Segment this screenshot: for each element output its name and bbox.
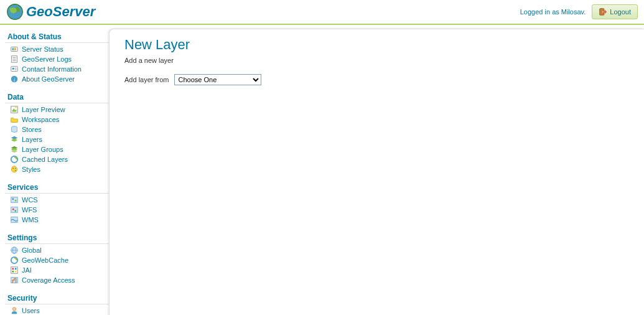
nav-label: Contact Information — [22, 65, 82, 73]
nav-item-workspaces[interactable]: Workspaces — [5, 115, 109, 125]
nav-item-cached-layers[interactable]: Cached Layers — [5, 154, 109, 164]
svg-point-19 — [15, 106, 17, 108]
nav-label: WMS — [22, 216, 39, 223]
logged-in-status: Logged in as Milosav. — [520, 8, 586, 16]
geowebcache-icon — [10, 256, 19, 265]
jai-icon — [10, 266, 19, 275]
main-content: New Layer Add a new layer Add layer from… — [109, 29, 644, 315]
nav-label: Global — [22, 247, 42, 254]
nav-heading-services: Services — [5, 181, 109, 194]
about-icon: i — [10, 75, 19, 83]
page-title: New Layer — [124, 37, 629, 53]
logout-label: Logout — [610, 8, 631, 16]
svg-point-36 — [14, 210, 16, 212]
styles-icon — [10, 165, 19, 174]
status-icon — [10, 45, 19, 54]
app-name: GeoServer — [26, 4, 95, 20]
wms-icon — [10, 215, 19, 224]
nav-label: GeoServer Logs — [22, 55, 72, 63]
nav-item-layer-preview[interactable]: Layer Preview — [5, 105, 109, 115]
svg-point-3 — [602, 11, 604, 12]
sidebar: About & Status Server Status GeoServer L… — [0, 25, 109, 315]
svg-rect-31 — [11, 197, 18, 203]
nav-label: Workspaces — [22, 116, 59, 123]
nav-item-jai[interactable]: JAI — [5, 265, 109, 275]
nav-label: Cached Layers — [22, 156, 68, 163]
svg-rect-43 — [11, 267, 18, 274]
nav-item-geoserver-logs[interactable]: GeoServer Logs — [5, 54, 109, 64]
nav-item-users[interactable]: Users — [5, 306, 109, 315]
svg-marker-25 — [11, 149, 18, 153]
contact-icon — [10, 65, 19, 73]
layers-icon — [10, 135, 19, 144]
nav-label: Layers — [22, 136, 42, 143]
layer-groups-icon — [10, 145, 19, 154]
page-description: Add a new layer — [124, 57, 629, 64]
svg-marker-22 — [11, 138, 18, 141]
app-logo[interactable]: GeoServer — [6, 3, 95, 21]
global-icon — [10, 246, 19, 255]
nav-heading-data: Data — [5, 90, 109, 103]
layer-preview-icon — [10, 105, 19, 114]
globe-icon — [6, 3, 24, 21]
svg-point-35 — [12, 209, 14, 210]
svg-rect-46 — [12, 271, 14, 273]
nav-label: Server Status — [22, 45, 63, 53]
add-layer-label: Add layer from — [124, 76, 169, 83]
nav-label: Users — [22, 307, 40, 314]
svg-rect-44 — [12, 268, 14, 270]
svg-rect-47 — [15, 271, 17, 273]
nav-label: Stores — [22, 126, 42, 133]
nav-section-about: About & Status Server Status GeoServer L… — [5, 30, 109, 84]
nav-label: WCS — [22, 196, 38, 204]
nav-item-stores[interactable]: Stores — [5, 125, 109, 134]
cached-layers-icon — [10, 155, 19, 164]
header-right: Logged in as Milosav. Logout — [520, 4, 638, 19]
nav-section-services: Services WCS WFS WMS — [5, 181, 109, 225]
coverage-access-icon — [10, 276, 19, 284]
svg-point-28 — [12, 167, 14, 169]
users-icon — [10, 306, 19, 315]
nav-item-layer-groups[interactable]: Layer Groups — [5, 144, 109, 154]
header-bar: GeoServer Logged in as Milosav. Logout — [0, 0, 644, 25]
nav-section-data: Data Layer Preview Workspaces Stores Lay… — [5, 90, 109, 174]
svg-rect-32 — [12, 198, 14, 200]
nav-heading-security: Security — [5, 291, 109, 304]
workspaces-icon — [10, 115, 19, 124]
svg-rect-11 — [11, 67, 18, 72]
nav-label: Layer Preview — [22, 106, 65, 113]
svg-point-30 — [15, 170, 16, 171]
nav-item-layers[interactable]: Layers — [5, 134, 109, 144]
svg-point-49 — [12, 308, 16, 311]
nav-heading-about: About & Status — [5, 30, 109, 43]
nav-item-contact-information[interactable]: Contact Information — [5, 64, 109, 74]
logs-icon — [10, 55, 19, 63]
nav-item-styles[interactable]: Styles — [5, 164, 109, 174]
nav-label: JAI — [22, 266, 32, 274]
nav-item-coverage-access[interactable]: Coverage Access — [5, 275, 109, 285]
svg-point-12 — [12, 67, 15, 70]
nav-label: WFS — [22, 206, 37, 214]
wcs-icon — [10, 195, 19, 204]
svg-rect-33 — [15, 200, 17, 202]
nav-item-wfs[interactable]: WFS — [5, 205, 109, 215]
svg-rect-45 — [15, 268, 17, 270]
logout-icon — [599, 7, 607, 16]
svg-rect-34 — [11, 207, 18, 213]
nav-item-global[interactable]: Global — [5, 245, 109, 255]
nav-item-wcs[interactable]: WCS — [5, 195, 109, 205]
nav-label: Coverage Access — [22, 276, 75, 284]
nav-label: Styles — [22, 166, 40, 173]
add-layer-select[interactable]: Choose One — [174, 74, 261, 85]
svg-point-29 — [15, 167, 16, 169]
nav-section-security: Security Users Data security Service sec… — [5, 291, 109, 315]
logout-button[interactable]: Logout — [592, 4, 638, 19]
wfs-icon — [10, 205, 19, 214]
nav-item-about-geoserver[interactable]: iAbout GeoServer — [5, 74, 109, 84]
nav-label: About GeoServer — [22, 75, 75, 83]
svg-rect-6 — [14, 48, 16, 50]
stores-icon — [10, 125, 19, 134]
nav-item-server-status[interactable]: Server Status — [5, 44, 109, 54]
nav-item-geowebcache[interactable]: GeoWebCache — [5, 255, 109, 265]
nav-item-wms[interactable]: WMS — [5, 215, 109, 225]
